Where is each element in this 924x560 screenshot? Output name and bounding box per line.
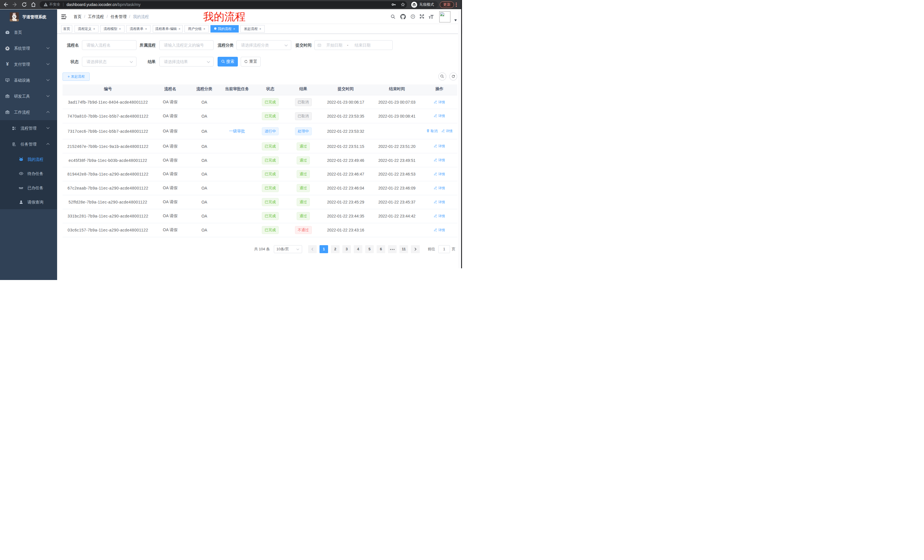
svg-text:?: ? — [412, 15, 414, 18]
